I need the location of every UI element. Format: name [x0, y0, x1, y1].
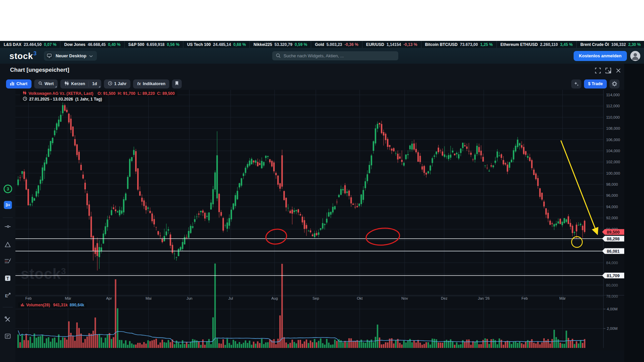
svg-text:84,000: 84,000 — [606, 261, 618, 265]
market-ticker-bar: L&S DAX23.464,500,07 % Dow Jones46.668,4… — [0, 41, 644, 48]
trade-button[interactable]: $ Trade — [584, 79, 607, 88]
svg-text:92,000: 92,000 — [606, 216, 618, 220]
svg-text:Nov: Nov — [401, 296, 408, 300]
bookmark-icon — [175, 81, 179, 86]
volume-layer — [17, 263, 585, 348]
svg-text:Dez: Dez — [441, 296, 448, 300]
settings-gear-icon[interactable] — [609, 79, 620, 88]
bookmark-button[interactable] — [172, 79, 182, 88]
signup-button[interactable]: Kostenlos anmelden — [574, 51, 627, 61]
svg-text:114,000: 114,000 — [606, 93, 620, 97]
svg-text:Jul: Jul — [228, 296, 233, 300]
trendline-tool-icon[interactable] — [3, 222, 12, 231]
user-avatar[interactable] — [630, 51, 640, 61]
popout-button[interactable] — [605, 68, 611, 73]
global-search — [272, 51, 398, 60]
svg-text:3+: 3+ — [5, 203, 10, 207]
candles-layer — [17, 103, 585, 270]
ticker-item[interactable]: Bitcoin BTC/USD73.673,001,25 % — [421, 41, 497, 48]
svg-text:Mai: Mai — [145, 296, 152, 300]
date-range-info[interactable]: 27.01.2025 - 13.03.2026 (1 Jahr, 1 Tag) — [20, 96, 105, 102]
search-input[interactable] — [272, 51, 398, 60]
svg-text:78,000: 78,000 — [606, 294, 618, 298]
svg-text:Aug: Aug — [271, 296, 278, 300]
svg-text:3: 3 — [7, 187, 9, 191]
svg-text:96,000: 96,000 — [606, 193, 618, 197]
svg-text:2,00M: 2,00M — [607, 326, 618, 330]
desktop-background — [624, 64, 644, 362]
svg-text:81,709: 81,709 — [607, 274, 620, 278]
clock-icon — [23, 97, 27, 102]
annotations-layer[interactable] — [265, 140, 597, 247]
svg-text:Mär: Mär — [65, 296, 71, 300]
fx-icon: fx — [137, 81, 141, 86]
ticker-item[interactable]: Ethereum ETH/USD2.260,1103,45 % — [497, 41, 577, 48]
text-tool-icon[interactable]: T — [3, 274, 12, 283]
ticker-item[interactable]: S&P 5006.659,9180,56 % — [125, 41, 184, 48]
ticker-item[interactable]: Nikkei22553.320,790,59 % — [250, 41, 311, 48]
interval-button[interactable]: 1d — [92, 81, 97, 86]
svg-text:86,081: 86,081 — [607, 249, 620, 254]
svg-text:98,000: 98,000 — [606, 182, 618, 186]
price-chart-svg[interactable]: FebMärAprMaiJunJulAugSepOktNovDezJan '26… — [15, 90, 624, 350]
svg-text:110,000: 110,000 — [606, 115, 620, 119]
svg-text:T: T — [6, 276, 9, 281]
ticker-item[interactable]: US Tech 10024.485,140,68 % — [183, 41, 250, 48]
volume-bars-icon — [21, 303, 24, 307]
ticker-item[interactable]: L&S DAX23.464,500,07 % — [0, 41, 60, 48]
candles-icon — [64, 81, 69, 86]
time-axis-labels[interactable]: FebMärAprMaiJunJulAugSepOktNovDezJan '26… — [25, 296, 566, 300]
pattern-tool-icon[interactable] — [3, 256, 12, 265]
price-axis-labels[interactable]: 78,00080,00084,00090,00092,00094,00096,0… — [606, 93, 620, 330]
ticker-item[interactable]: Dow Jones46.668,450,40 % — [60, 41, 124, 48]
volume-indicator-info[interactable]: Volumen(28) 941,31k890,64k — [18, 302, 87, 308]
ticker-item[interactable]: Brent Crude Öl106,3322,30 % — [577, 41, 644, 48]
svg-text:89,500: 89,500 — [607, 230, 620, 235]
browser-blank-area — [0, 0, 644, 41]
close-icon[interactable] — [616, 68, 621, 73]
svg-text:104,000: 104,000 — [606, 149, 620, 153]
widget-titlebar: Chart [ungespeichert] — [0, 64, 624, 77]
indikatoren-button[interactable]: fx Indikatoren — [133, 79, 169, 88]
svg-text:Jan '26: Jan '26 — [478, 296, 489, 300]
svg-text:106,000: 106,000 — [606, 138, 620, 142]
layout-panel-icon[interactable] — [3, 331, 12, 341]
drawing-tools-sidebar: 3 3+ T E — [0, 90, 16, 362]
divider — [3, 218, 13, 218]
chart-canvas-area[interactable]: stock3 FebMärAprMaiJunJulAugSepOktNovDez… — [15, 90, 624, 350]
fullscreen-button[interactable] — [595, 68, 601, 73]
svg-text:Jun: Jun — [186, 296, 192, 300]
svg-text:Okt: Okt — [357, 296, 362, 300]
triangle-tool-icon[interactable] — [3, 240, 12, 249]
search-icon — [276, 53, 281, 60]
ticker-item[interactable]: EUR/USD1,14154-0,13 % — [362, 41, 421, 48]
svg-text:88,298: 88,298 — [607, 237, 620, 241]
kerzen-interval-group[interactable]: Kerzen 1d — [60, 79, 101, 88]
horizontal-level-lines[interactable] — [15, 239, 603, 276]
magic-sparkles-button[interactable] — [571, 79, 581, 88]
tab-chart[interactable]: Chart — [6, 79, 32, 88]
edit-drawing-icon[interactable]: E — [3, 291, 12, 300]
stock3-badge-icon[interactable]: 3 — [3, 184, 12, 193]
svg-text:Feb: Feb — [522, 296, 528, 300]
ticker-item[interactable]: Gold5.003,23-0,36 % — [311, 41, 362, 48]
divider — [3, 307, 13, 307]
stock3-logo[interactable]: stock3 — [9, 52, 37, 60]
svg-text:100,000: 100,000 — [606, 171, 620, 175]
svg-text:Mär: Mär — [560, 296, 566, 300]
range-button[interactable]: 1 Jahr — [104, 79, 131, 88]
price-tags-layer: 88,29886,08181,70989,500 — [602, 229, 624, 279]
svg-text:E: E — [5, 293, 8, 298]
svg-text:102,000: 102,000 — [606, 160, 620, 164]
search-icon — [38, 81, 43, 86]
svg-text:Apr: Apr — [106, 296, 112, 300]
instrument-ohlc-info[interactable]: Volkswagen AG Vz. (XETRA, Last) O: 91,50… — [20, 90, 177, 96]
svg-text:94,000: 94,000 — [606, 205, 618, 209]
stock3-plus-icon[interactable]: 3+ — [3, 200, 12, 209]
widget-bottom-bar — [15, 350, 624, 362]
wert-button[interactable]: Wert — [34, 79, 58, 88]
tools-wrench-icon[interactable] — [3, 315, 12, 324]
chart-toolbar: Chart Wert Kerzen 1d 1 Jahr fx Indikator… — [0, 77, 624, 90]
monitor-icon — [46, 52, 53, 60]
desktop-switcher-button[interactable]: Neuer Desktop — [44, 51, 97, 61]
